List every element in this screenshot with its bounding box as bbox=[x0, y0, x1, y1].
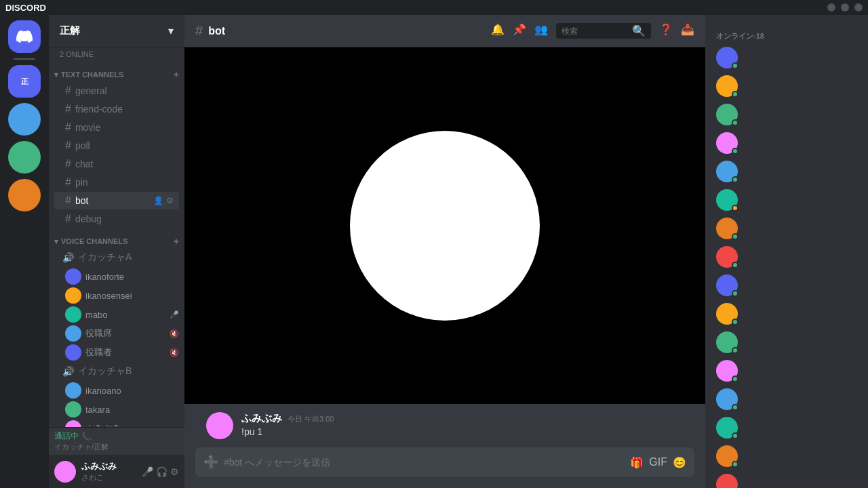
message-text: !pu 1 bbox=[241, 426, 684, 437]
channel-movie[interactable]: # movie bbox=[54, 119, 179, 136]
channel-bot[interactable]: # bot 👤 ⚙ bbox=[54, 192, 179, 209]
minimize-button[interactable]: − bbox=[827, 3, 835, 12]
message-author: ふみぶみ bbox=[241, 412, 282, 425]
status-dot bbox=[732, 91, 738, 98]
member-item[interactable] bbox=[711, 158, 863, 185]
hash-icon: # bbox=[65, 103, 71, 115]
member-item[interactable] bbox=[711, 386, 863, 413]
status-dot bbox=[732, 404, 738, 411]
voice-active-bar: 通話中 📞 イカッチャ/正解 bbox=[49, 427, 184, 455]
member-avatar bbox=[716, 445, 738, 467]
channel-pin[interactable]: # pin bbox=[54, 174, 179, 191]
voice-channel-ika-a[interactable]: 🔊 イカッチャA bbox=[54, 249, 179, 266]
server-icon-2[interactable] bbox=[8, 103, 41, 136]
avatar bbox=[65, 344, 81, 361]
voice-member-ikanoforte[interactable]: ikanoforte bbox=[49, 267, 184, 286]
voice-member-takara[interactable]: takara bbox=[49, 400, 184, 419]
server-name: 正解 bbox=[60, 24, 80, 37]
member-avatar bbox=[716, 331, 738, 353]
online-category: オンライン-18 bbox=[711, 26, 863, 44]
message-item: ふみぶみ 今日 午前3:00 !pu 1 bbox=[195, 409, 694, 442]
close-button[interactable]: × bbox=[854, 3, 863, 12]
member-item[interactable] bbox=[711, 300, 863, 327]
status-dot bbox=[732, 233, 738, 240]
avatar bbox=[65, 268, 81, 285]
server-name-bar[interactable]: 正解 ▾ bbox=[49, 15, 184, 47]
server-icon-1[interactable]: 正 bbox=[8, 65, 41, 98]
channel-name: friend-code bbox=[75, 104, 123, 115]
app-body: 正 正解 ▾ 2 ONLINE ▾ TEXT CHANNELS + # gene… bbox=[0, 15, 868, 488]
member-name: ikanosensei bbox=[85, 291, 132, 301]
member-item[interactable] bbox=[711, 471, 863, 488]
members-icon[interactable]: 👥 bbox=[534, 23, 548, 39]
member-item[interactable] bbox=[711, 329, 863, 356]
add-voice-channel-button[interactable]: + bbox=[174, 236, 179, 247]
settings-icon[interactable]: ⚙ bbox=[166, 196, 174, 205]
member-item[interactable] bbox=[711, 443, 863, 470]
server-icon-4[interactable] bbox=[8, 179, 41, 211]
member-item[interactable] bbox=[711, 357, 863, 384]
mic-button[interactable]: 🎤 bbox=[142, 466, 153, 477]
hash-icon: # bbox=[65, 176, 71, 188]
titlebar-controls[interactable]: − □ × bbox=[827, 3, 863, 12]
member-item[interactable] bbox=[711, 101, 863, 128]
member-item[interactable] bbox=[711, 272, 863, 299]
add-file-icon[interactable]: ➕ bbox=[203, 455, 218, 470]
pin-icon[interactable]: 📌 bbox=[513, 23, 526, 39]
status-dot bbox=[732, 432, 738, 439]
search-bar[interactable]: 🔍 bbox=[556, 23, 651, 39]
message-input[interactable] bbox=[224, 457, 625, 468]
server-divider bbox=[14, 58, 35, 60]
inbox-icon[interactable]: 📥 bbox=[681, 23, 694, 39]
member-item[interactable] bbox=[711, 73, 863, 100]
members-sidebar: オンライン-18 bbox=[705, 15, 868, 488]
member-item[interactable] bbox=[711, 44, 863, 71]
channel-friend-code[interactable]: # friend-code bbox=[54, 100, 179, 118]
member-item[interactable] bbox=[711, 186, 863, 214]
member-avatar bbox=[716, 132, 738, 154]
channel-chat[interactable]: # chat bbox=[54, 155, 179, 173]
settings-button[interactable]: ⚙ bbox=[170, 466, 179, 477]
server-icon-3[interactable] bbox=[8, 141, 41, 174]
gift-icon[interactable]: 🎁 bbox=[630, 456, 644, 469]
member-item[interactable] bbox=[711, 414, 863, 441]
channel-name: pin bbox=[75, 177, 88, 188]
voice-member-ikanoano[interactable]: ikanoano bbox=[49, 381, 184, 400]
voice-member-ikanosensei[interactable]: ikanosensei bbox=[49, 286, 184, 305]
hash-icon: # bbox=[65, 195, 71, 207]
add-channel-button[interactable]: + bbox=[174, 69, 179, 80]
server-dropdown-icon: ▾ bbox=[168, 24, 174, 37]
voice-member-mabo[interactable]: mabo 🎤 bbox=[49, 305, 184, 324]
message-input-bar[interactable]: ➕ 🎁 GIF 😊 bbox=[195, 447, 694, 477]
channel-hash-icon: # bbox=[195, 23, 203, 39]
voice-channel-ika-b[interactable]: 🔊 イカッチャB bbox=[54, 363, 179, 380]
discord-home-button[interactable] bbox=[8, 20, 41, 53]
channel-poll[interactable]: # poll bbox=[54, 137, 179, 155]
member-item[interactable] bbox=[711, 243, 863, 270]
question-icon[interactable]: ❓ bbox=[659, 23, 673, 39]
text-channels-category[interactable]: ▾ TEXT CHANNELS + bbox=[49, 66, 184, 81]
channel-debug[interactable]: # debug bbox=[54, 210, 179, 228]
headphone-button[interactable]: 🎧 bbox=[156, 466, 167, 477]
gif-icon[interactable]: GIF bbox=[649, 456, 667, 469]
member-name: takara bbox=[85, 405, 110, 415]
online-members-list bbox=[711, 44, 863, 488]
member-avatar bbox=[716, 246, 738, 268]
member-avatar bbox=[716, 474, 738, 488]
member-item[interactable] bbox=[711, 215, 863, 242]
voice-member-yakushosha[interactable]: 役職者 🔇 bbox=[49, 343, 184, 362]
status-dot bbox=[732, 119, 738, 126]
bell-icon[interactable]: 🔔 bbox=[491, 23, 505, 39]
voice-member-fumibumi[interactable]: ふみぶみ bbox=[49, 419, 184, 427]
search-input[interactable] bbox=[561, 26, 629, 36]
member-item[interactable] bbox=[711, 129, 863, 157]
voice-channels-category[interactable]: ▾ VOICE CHANNELS + bbox=[49, 233, 184, 248]
members-icon[interactable]: 👤 bbox=[153, 196, 163, 205]
channel-header: # bot 🔔 📌 👥 🔍 ❓ 📥 bbox=[184, 15, 705, 47]
member-avatar bbox=[716, 104, 738, 125]
avatar bbox=[65, 382, 81, 399]
emoji-icon[interactable]: 😊 bbox=[673, 456, 686, 469]
voice-member-yakushoku[interactable]: 役職席 🔇 bbox=[49, 324, 184, 343]
channel-general[interactable]: # general bbox=[54, 82, 179, 100]
maximize-button[interactable]: □ bbox=[841, 3, 849, 12]
